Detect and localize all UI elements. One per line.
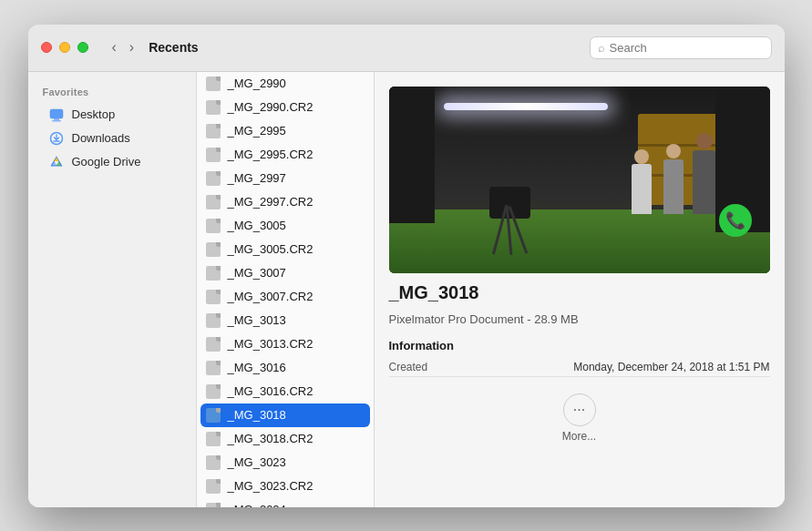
file-icon xyxy=(206,171,221,186)
phone-icon-overlay: 📞 xyxy=(719,204,752,237)
desktop-icon xyxy=(48,107,65,123)
sidebar-item-desktop-label: Desktop xyxy=(72,107,116,121)
sidebar-section-favorites: Favorites xyxy=(28,83,196,103)
file-item[interactable]: _MG_3023.CR2 xyxy=(197,475,374,498)
file-item[interactable]: _MG_2990.CR2 xyxy=(197,96,374,119)
file-icon xyxy=(206,219,221,233)
file-item[interactable]: _MG_3013.CR2 xyxy=(197,332,374,356)
person3 xyxy=(693,150,715,214)
back-button[interactable]: ‹ xyxy=(108,38,120,56)
person1-head xyxy=(634,149,649,164)
file-item[interactable]: _MG_2997 xyxy=(197,167,374,190)
preview-more-section: ··· More... xyxy=(389,386,770,443)
created-value: Monday, December 24, 2018 at 1:51 PM xyxy=(573,361,769,373)
svg-rect-2 xyxy=(52,120,61,122)
file-icon xyxy=(206,479,221,494)
file-icon xyxy=(206,384,221,399)
svg-rect-0 xyxy=(50,109,63,118)
file-item[interactable]: _MG_2997.CR2 xyxy=(197,190,374,214)
downloads-icon xyxy=(48,130,65,147)
file-item[interactable]: _MG_3016.CR2 xyxy=(197,380,374,403)
file-icon xyxy=(206,361,221,375)
photo-scene: 📞 xyxy=(389,87,770,273)
preview-filetype: Pixelmator Pro Document - 28.9 MB xyxy=(389,312,770,326)
nav-buttons: ‹ › xyxy=(108,38,139,56)
file-icon xyxy=(206,148,221,162)
file-icon xyxy=(206,100,221,115)
file-icon xyxy=(206,408,221,423)
file-item[interactable]: _MG_2995 xyxy=(197,119,374,143)
file-item[interactable]: _MG_3005 xyxy=(197,214,374,238)
file-icon xyxy=(206,242,221,257)
person2-head xyxy=(666,144,681,158)
more-button[interactable]: ··· xyxy=(563,393,596,426)
created-label: Created xyxy=(389,361,428,373)
file-icon xyxy=(206,432,221,446)
sidebar: Favorites Desktop xyxy=(28,72,197,507)
file-item[interactable]: _MG_3013 xyxy=(197,309,374,332)
search-bar[interactable]: ⌕ xyxy=(590,36,772,59)
ceiling-light xyxy=(444,103,608,110)
file-icon xyxy=(206,77,221,91)
sidebar-item-downloads[interactable]: Downloads xyxy=(34,127,190,150)
wall-panel-left xyxy=(389,87,435,223)
file-item-selected[interactable]: _MG_3018 xyxy=(200,403,370,427)
maximize-button[interactable] xyxy=(77,42,88,53)
green-floor xyxy=(389,209,770,273)
file-item[interactable]: _MG_3024 xyxy=(197,498,374,507)
file-icon xyxy=(206,337,221,352)
camera-body xyxy=(489,187,530,219)
window-title: Recents xyxy=(149,40,198,55)
search-icon: ⌕ xyxy=(598,41,605,55)
preview-info-row-created: Created Monday, December 24, 2018 at 1:5… xyxy=(389,358,770,377)
file-list: _MG_2990 _MG_2990.CR2 _MG_2995 _MG_2995.… xyxy=(197,72,375,507)
preview-pane: 📞 _MG_3018 Pixelmator Pro Document - 28.… xyxy=(375,72,785,507)
person1 xyxy=(632,164,652,214)
file-item[interactable]: _MG_3023 xyxy=(197,451,374,475)
preview-image: 📞 xyxy=(389,87,770,273)
file-item[interactable]: _MG_3007.CR2 xyxy=(197,285,374,309)
minimize-button[interactable] xyxy=(59,42,70,53)
more-label: More... xyxy=(562,430,596,443)
file-item[interactable]: _MG_3016 xyxy=(197,356,374,380)
main-content: Favorites Desktop xyxy=(28,72,785,507)
file-item[interactable]: _MG_3007 xyxy=(197,261,374,285)
file-icon xyxy=(206,266,221,281)
preview-info-title: Information xyxy=(389,339,770,352)
file-icon xyxy=(206,290,221,304)
sidebar-item-gdrive[interactable]: Google Drive xyxy=(34,150,190,174)
sidebar-item-desktop[interactable]: Desktop xyxy=(34,103,190,127)
sidebar-item-downloads-label: Downloads xyxy=(72,131,130,145)
file-item[interactable]: _MG_2990 xyxy=(197,72,374,96)
file-icon xyxy=(206,124,221,138)
file-icon xyxy=(206,195,221,209)
file-icon xyxy=(206,313,221,328)
person3-head xyxy=(696,133,713,149)
file-icon xyxy=(206,503,221,507)
file-item[interactable]: _MG_2995.CR2 xyxy=(197,143,374,167)
search-input[interactable] xyxy=(610,41,764,55)
googledrive-icon xyxy=(48,154,65,170)
close-button[interactable] xyxy=(41,42,52,53)
file-icon xyxy=(206,455,221,470)
forward-button[interactable]: › xyxy=(126,38,138,56)
file-item[interactable]: _MG_3018.CR2 xyxy=(197,427,374,451)
person2 xyxy=(663,159,684,214)
file-item[interactable]: _MG_3005.CR2 xyxy=(197,238,374,261)
finder-window: ‹ › Recents ⌕ Favorites Desktop xyxy=(28,25,785,507)
sidebar-item-gdrive-label: Google Drive xyxy=(72,155,141,168)
preview-info-section: Information Created Monday, December 24,… xyxy=(389,339,770,377)
svg-rect-1 xyxy=(54,118,59,120)
preview-filename: _MG_3018 xyxy=(389,282,770,303)
titlebar: ‹ › Recents ⌕ xyxy=(28,25,785,72)
